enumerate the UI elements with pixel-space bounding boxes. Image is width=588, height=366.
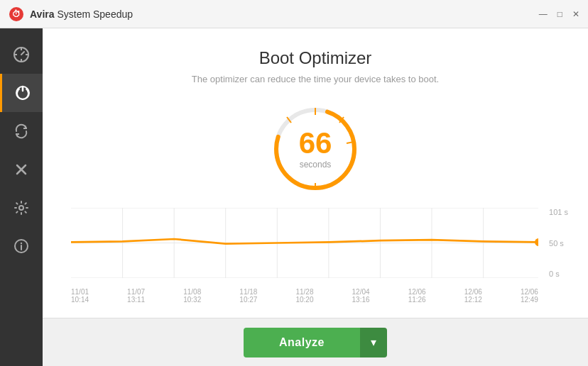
chart-svg-wrapper (71, 208, 538, 278)
content-area: Boot Optimizer The optimizer can reduce … (43, 28, 588, 366)
svg-line-7 (21, 52, 24, 55)
timer-value: 66 (299, 126, 332, 160)
x-label-0: 11/01 10:14 (71, 288, 89, 304)
svg-text:⏱: ⏱ (12, 9, 21, 19)
svg-point-15 (21, 243, 22, 244)
timer-circle: 66 seconds (269, 103, 361, 195)
chart-inner: 101 s 50 s 0 s (57, 208, 574, 304)
x-label-5: 12/04 13:16 (352, 288, 370, 304)
bottom-bar: Analyze ▾ (43, 318, 588, 366)
chart-svg (71, 208, 538, 278)
y-label-bottom: 0 s (549, 270, 568, 278)
sidebar-item-settings[interactable] (0, 189, 43, 227)
chart-container: 101 s 50 s 0 s (57, 208, 574, 311)
page-title: Boot Optimizer (259, 48, 372, 68)
window-controls: — □ ✕ (539, 10, 579, 18)
sidebar (0, 28, 43, 366)
y-label-top: 101 s (549, 208, 568, 216)
timer-display: 66 seconds (299, 128, 332, 170)
svg-point-12 (19, 206, 23, 210)
sidebar-item-info[interactable] (0, 227, 43, 265)
chart-x-labels: 11/01 10:14 11/07 13:11 11/08 10:32 11 (71, 288, 538, 304)
dropdown-arrow-icon: ▾ (371, 336, 376, 349)
page-subtitle: The optimizer can reduce the time your d… (192, 74, 439, 84)
sidebar-item-refresh[interactable] (0, 112, 43, 150)
close-button[interactable]: ✕ (572, 10, 579, 18)
sidebar-item-dashboard[interactable] (0, 35, 43, 74)
sidebar-item-boot[interactable] (0, 74, 43, 112)
content-main: Boot Optimizer The optimizer can reduce … (43, 28, 588, 318)
timer-unit: seconds (299, 160, 332, 170)
x-label-4: 11/28 10:20 (295, 288, 313, 304)
app-icon: ⏱ (9, 6, 24, 22)
app-body: Boot Optimizer The optimizer can reduce … (0, 28, 588, 366)
y-label-mid: 50 s (549, 239, 568, 248)
maximize-button[interactable]: □ (557, 10, 562, 18)
analyze-button[interactable]: Analyze (244, 328, 360, 357)
x-label-2: 11/08 10:32 (183, 288, 201, 304)
app-title: Avira System Speedup (30, 9, 133, 20)
title-bar: ⏱ Avira System Speedup — □ ✕ (0, 0, 588, 28)
x-label-7: 12/06 12:12 (464, 288, 482, 304)
chart-y-labels: 101 s 50 s 0 s (549, 208, 568, 278)
x-label-6: 12/06 11:26 (408, 288, 426, 304)
x-label-8: 12/06 12:49 (521, 288, 538, 304)
x-label-1: 11/07 13:11 (127, 288, 145, 304)
analyze-dropdown-button[interactable]: ▾ (360, 328, 387, 357)
sidebar-item-tools[interactable] (0, 150, 43, 189)
svg-point-34 (535, 238, 538, 246)
x-label-3: 11/18 10:27 (239, 288, 257, 304)
minimize-button[interactable]: — (539, 10, 548, 18)
